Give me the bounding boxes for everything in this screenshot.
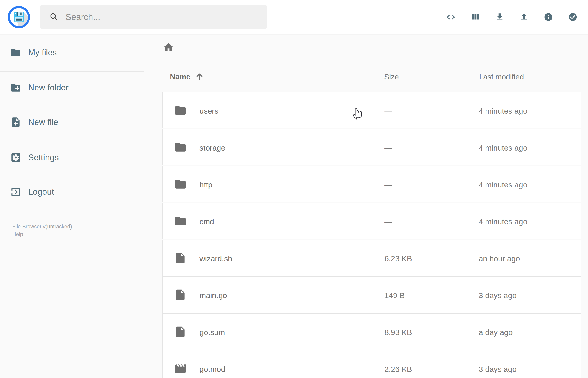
folder-icon [10, 47, 21, 58]
file-size: 6.23 KB [384, 254, 412, 263]
name-column-label: Name [170, 72, 190, 81]
list-item-go-sum[interactable]: go.sum 8.93 KB a day ago [162, 313, 581, 350]
floppy-disk-logo [7, 5, 30, 29]
switch-view-button[interactable] [470, 12, 480, 22]
help-link[interactable]: Help [12, 230, 72, 238]
upload-icon [519, 12, 529, 22]
list-item-cmd[interactable]: cmd — 4 minutes ago [162, 203, 581, 239]
list-item-wizard-sh[interactable]: wizard.sh 6.23 KB an hour ago [162, 240, 581, 276]
file-modified: 4 minutes ago [479, 180, 527, 189]
arrow-up-icon [194, 72, 204, 82]
file-listing: users — 4 minutes ago storage — 4 minute… [162, 92, 581, 378]
list-item-storage[interactable]: storage — 4 minutes ago [162, 129, 581, 165]
file-icon [174, 288, 187, 302]
file-size: — [384, 180, 392, 189]
folder-icon [174, 178, 187, 191]
file-size: — [384, 217, 392, 226]
sidebar-divider [0, 71, 144, 71]
file-modified: 3 days ago [479, 291, 517, 300]
file-name: main.go [200, 291, 227, 300]
sidebar-item-new-file[interactable]: New file [0, 113, 144, 131]
file-name: users [200, 107, 218, 115]
file-modified: 4 minutes ago [479, 107, 527, 115]
sidebar-item-logout[interactable]: Logout [0, 183, 144, 201]
search-input[interactable] [65, 12, 253, 22]
shell-button[interactable] [446, 12, 456, 22]
download-icon [495, 12, 504, 22]
file-icon [174, 325, 187, 339]
file-name: wizard.sh [200, 254, 232, 263]
home-icon [163, 41, 174, 53]
listing-header: Name Size Last modified [162, 72, 581, 83]
list-item-main-go[interactable]: main.go 149 B 3 days ago [162, 276, 581, 313]
sort-by-modified-header[interactable]: Last modified [479, 73, 524, 81]
new-folder-icon [10, 82, 21, 93]
file-size: 8.93 KB [384, 328, 412, 337]
logout-icon [10, 186, 21, 198]
sidebar-credits: File Browser v(untracked) Help [12, 223, 72, 238]
info-button[interactable] [544, 12, 553, 22]
sidebar-item-my-files[interactable]: My files [0, 43, 144, 62]
sidebar-item-label: New folder [28, 83, 68, 93]
filebrowser-app: My files New folder New file Settings [0, 0, 588, 378]
file-modified: a day ago [479, 328, 513, 337]
list-item-users[interactable]: users — 4 minutes ago [162, 92, 581, 128]
file-size: 149 B [384, 291, 405, 300]
list-item-go-mod[interactable]: go.mod 2.26 KB 3 days ago [162, 350, 581, 378]
file-size: 2.26 KB [384, 365, 412, 374]
file-name: go.sum [200, 328, 225, 337]
sidebar-divider [0, 140, 144, 140]
search-bar[interactable] [40, 5, 267, 29]
grid-view-icon [470, 12, 480, 22]
file-name: storage [200, 143, 225, 152]
select-multiple-button[interactable] [568, 12, 577, 22]
movie-icon [174, 362, 187, 376]
sidebar-item-settings[interactable]: Settings [0, 148, 144, 167]
download-button[interactable] [495, 12, 504, 22]
folder-icon [174, 141, 187, 155]
settings-icon [10, 152, 21, 163]
file-name: go.mod [200, 365, 225, 374]
file-name: http [200, 180, 213, 189]
app-logo [7, 5, 30, 29]
file-modified: 4 minutes ago [479, 143, 527, 152]
sidebar-item-label: Logout [28, 187, 54, 197]
file-name: cmd [200, 217, 214, 226]
file-size: — [384, 107, 392, 115]
sort-by-name-header[interactable]: Name [170, 72, 204, 82]
code-icon [446, 12, 456, 22]
sidebar-item-label: Settings [28, 153, 59, 162]
info-icon [544, 12, 553, 22]
sidebar-item-label: My files [28, 48, 57, 57]
file-icon [174, 252, 187, 265]
list-item-http[interactable]: http — 4 minutes ago [162, 166, 581, 202]
file-size: — [384, 143, 392, 152]
breadcrumb-home-button[interactable] [163, 41, 174, 54]
app-version-text: File Browser v(untracked) [12, 223, 72, 230]
sort-by-size-header[interactable]: Size [384, 73, 399, 81]
new-file-icon [10, 117, 21, 128]
topbar-actions [446, 0, 577, 34]
file-modified: an hour ago [479, 254, 520, 263]
sidebar-item-label: New file [28, 118, 58, 127]
check-circle-icon [568, 12, 577, 22]
file-modified: 4 minutes ago [479, 217, 527, 226]
search-icon [49, 12, 59, 22]
topbar [0, 0, 588, 34]
file-modified: 3 days ago [479, 365, 517, 374]
breadcrumb-divider [162, 64, 581, 64]
upload-button[interactable] [519, 12, 529, 22]
folder-icon [174, 215, 187, 228]
sidebar-item-new-folder[interactable]: New folder [0, 79, 144, 97]
folder-icon [174, 104, 187, 118]
